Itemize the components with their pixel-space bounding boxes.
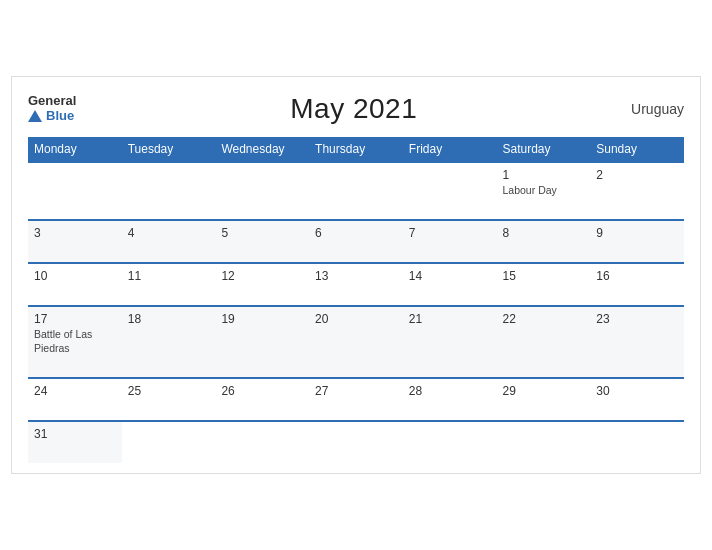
calendar-cell bbox=[28, 162, 122, 221]
calendar-cell: 1Labour Day bbox=[497, 162, 591, 221]
header-monday: Monday bbox=[28, 137, 122, 162]
calendar-cell: 24 bbox=[28, 378, 122, 421]
day-number: 19 bbox=[221, 312, 303, 326]
country-label: Uruguay bbox=[631, 101, 684, 117]
calendar-cell bbox=[122, 162, 216, 221]
calendar-cell: 27 bbox=[309, 378, 403, 421]
calendar-cell: 23 bbox=[590, 306, 684, 378]
day-number: 5 bbox=[221, 226, 303, 240]
calendar-cell: 10 bbox=[28, 263, 122, 306]
day-number: 7 bbox=[409, 226, 491, 240]
header-wednesday: Wednesday bbox=[215, 137, 309, 162]
calendar-cell bbox=[215, 162, 309, 221]
calendar-cell: 5 bbox=[215, 220, 309, 263]
header-tuesday: Tuesday bbox=[122, 137, 216, 162]
day-number: 14 bbox=[409, 269, 491, 283]
calendar-cell: 13 bbox=[309, 263, 403, 306]
calendar-cell bbox=[497, 421, 591, 463]
day-number: 3 bbox=[34, 226, 116, 240]
calendar-cell: 18 bbox=[122, 306, 216, 378]
calendar-cell bbox=[403, 162, 497, 221]
calendar-row-4: 24252627282930 bbox=[28, 378, 684, 421]
header-sunday: Sunday bbox=[590, 137, 684, 162]
calendar-cell: 21 bbox=[403, 306, 497, 378]
day-number: 12 bbox=[221, 269, 303, 283]
holiday-label: Labour Day bbox=[503, 184, 585, 198]
day-number: 15 bbox=[503, 269, 585, 283]
day-number: 29 bbox=[503, 384, 585, 398]
calendar-cell: 22 bbox=[497, 306, 591, 378]
calendar-cell: 7 bbox=[403, 220, 497, 263]
logo-general-text: General bbox=[28, 94, 76, 108]
day-number: 23 bbox=[596, 312, 678, 326]
calendar-cell bbox=[122, 421, 216, 463]
calendar-cell: 25 bbox=[122, 378, 216, 421]
calendar-cell: 28 bbox=[403, 378, 497, 421]
logo: General Blue bbox=[28, 94, 76, 123]
calendar-cell: 31 bbox=[28, 421, 122, 463]
calendar-cell: 6 bbox=[309, 220, 403, 263]
logo-triangle-icon bbox=[28, 110, 42, 122]
day-number: 27 bbox=[315, 384, 397, 398]
calendar-row-3: 17Battle of Las Piedras181920212223 bbox=[28, 306, 684, 378]
month-title: May 2021 bbox=[290, 93, 417, 125]
calendar-cell: 8 bbox=[497, 220, 591, 263]
holiday-label: Battle of Las Piedras bbox=[34, 328, 116, 355]
day-number: 26 bbox=[221, 384, 303, 398]
calendar-cell: 12 bbox=[215, 263, 309, 306]
day-number: 9 bbox=[596, 226, 678, 240]
day-number: 30 bbox=[596, 384, 678, 398]
day-number: 20 bbox=[315, 312, 397, 326]
header-friday: Friday bbox=[403, 137, 497, 162]
calendar-row-2: 10111213141516 bbox=[28, 263, 684, 306]
calendar-cell: 20 bbox=[309, 306, 403, 378]
header-saturday: Saturday bbox=[497, 137, 591, 162]
calendar-cell bbox=[590, 421, 684, 463]
day-number: 13 bbox=[315, 269, 397, 283]
calendar-container: General Blue May 2021 Uruguay Monday Tue… bbox=[11, 76, 701, 475]
calendar-cell: 29 bbox=[497, 378, 591, 421]
day-number: 11 bbox=[128, 269, 210, 283]
day-number: 28 bbox=[409, 384, 491, 398]
calendar-cell: 4 bbox=[122, 220, 216, 263]
day-number: 10 bbox=[34, 269, 116, 283]
day-number: 21 bbox=[409, 312, 491, 326]
day-number: 2 bbox=[596, 168, 678, 182]
calendar-cell: 17Battle of Las Piedras bbox=[28, 306, 122, 378]
calendar-cell bbox=[215, 421, 309, 463]
day-number: 31 bbox=[34, 427, 116, 441]
calendar-cell: 11 bbox=[122, 263, 216, 306]
calendar-cell: 14 bbox=[403, 263, 497, 306]
calendar-row-5: 31 bbox=[28, 421, 684, 463]
calendar-cell: 2 bbox=[590, 162, 684, 221]
day-number: 6 bbox=[315, 226, 397, 240]
weekday-header-row: Monday Tuesday Wednesday Thursday Friday… bbox=[28, 137, 684, 162]
header-thursday: Thursday bbox=[309, 137, 403, 162]
day-number: 8 bbox=[503, 226, 585, 240]
day-number: 17 bbox=[34, 312, 116, 326]
day-number: 25 bbox=[128, 384, 210, 398]
day-number: 16 bbox=[596, 269, 678, 283]
logo-blue-text: Blue bbox=[28, 109, 74, 123]
calendar-row-0: 1Labour Day2 bbox=[28, 162, 684, 221]
day-number: 18 bbox=[128, 312, 210, 326]
day-number: 4 bbox=[128, 226, 210, 240]
calendar-header: General Blue May 2021 Uruguay bbox=[28, 93, 684, 125]
calendar-cell bbox=[403, 421, 497, 463]
calendar-cell: 16 bbox=[590, 263, 684, 306]
calendar-row-1: 3456789 bbox=[28, 220, 684, 263]
calendar-cell: 30 bbox=[590, 378, 684, 421]
calendar-cell: 26 bbox=[215, 378, 309, 421]
calendar-table: Monday Tuesday Wednesday Thursday Friday… bbox=[28, 137, 684, 464]
day-number: 1 bbox=[503, 168, 585, 182]
calendar-cell: 19 bbox=[215, 306, 309, 378]
calendar-cell: 3 bbox=[28, 220, 122, 263]
calendar-cell: 9 bbox=[590, 220, 684, 263]
day-number: 22 bbox=[503, 312, 585, 326]
calendar-cell: 15 bbox=[497, 263, 591, 306]
day-number: 24 bbox=[34, 384, 116, 398]
calendar-cell bbox=[309, 162, 403, 221]
calendar-cell bbox=[309, 421, 403, 463]
